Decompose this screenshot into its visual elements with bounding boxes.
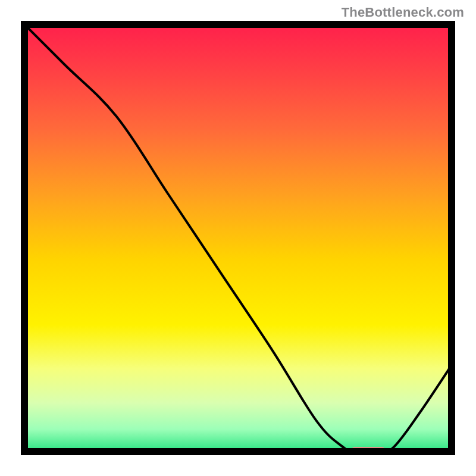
chart-container: TheBottleneck.com — [0, 0, 476, 476]
bottleneck-curve — [21, 21, 455, 455]
plot-area — [21, 21, 455, 455]
optimal-marker — [351, 447, 386, 455]
watermark-text: TheBottleneck.com — [342, 5, 464, 20]
chart-svg — [21, 21, 455, 455]
